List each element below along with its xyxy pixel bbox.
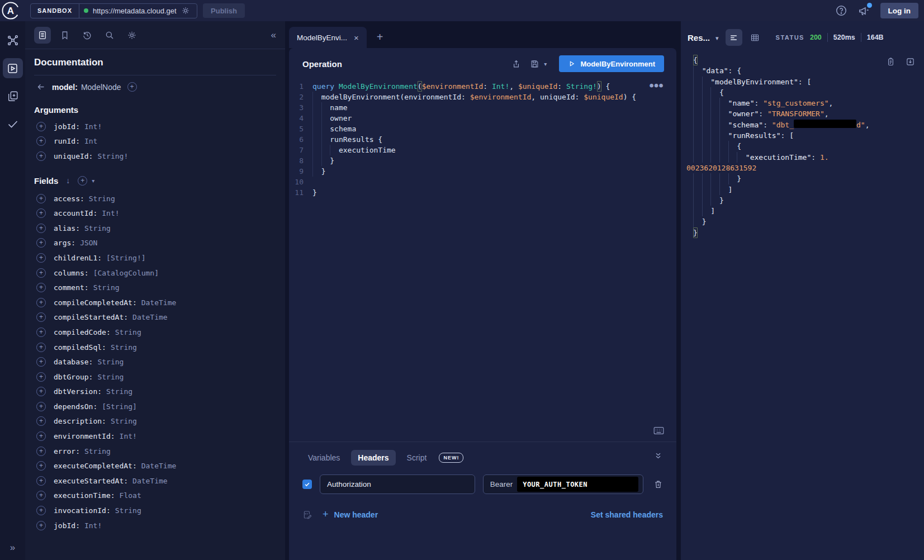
documentation-tab-icon[interactable]: [34, 27, 51, 44]
help-icon[interactable]: [835, 4, 847, 17]
add-field-icon[interactable]: +: [36, 298, 46, 307]
field-type[interactable]: DateTime: [141, 298, 177, 307]
field-item[interactable]: +accountId:Int!: [34, 206, 276, 221]
new-tab-icon[interactable]: +: [377, 31, 383, 44]
field-type[interactable]: String: [93, 283, 120, 292]
add-field-icon[interactable]: +: [36, 521, 46, 530]
add-field-icon[interactable]: +: [36, 402, 46, 411]
add-field-icon[interactable]: +: [36, 387, 46, 396]
field-type[interactable]: String: [111, 343, 137, 352]
field-type[interactable]: Int!: [84, 122, 102, 131]
field-type[interactable]: JSON: [80, 239, 97, 247]
publish-button[interactable]: Publish: [203, 3, 245, 18]
field-item[interactable]: +dbtVersion:String: [34, 385, 276, 400]
field-item[interactable]: +alias:String: [34, 221, 276, 236]
field-item[interactable]: +error:String: [34, 444, 276, 459]
graphql-editor[interactable]: ●●● 1query ModelByEnvironment($environme…: [289, 78, 676, 442]
field-type[interactable]: String!: [97, 152, 128, 160]
add-field-icon[interactable]: +: [36, 238, 46, 248]
login-button[interactable]: Log in: [880, 3, 919, 18]
sort-fields-icon[interactable]: ↓: [66, 176, 70, 185]
field-item[interactable]: +runId:Int: [34, 134, 276, 149]
save-operation-icon[interactable]: [530, 59, 539, 69]
announcements-megaphone-icon[interactable]: [857, 4, 870, 17]
field-type[interactable]: Float: [120, 491, 141, 500]
field-type[interactable]: [String]: [102, 402, 137, 411]
field-type[interactable]: String: [89, 194, 115, 203]
add-field-icon[interactable]: +: [36, 476, 46, 486]
field-item[interactable]: +childrenL1:[String!]: [34, 250, 276, 265]
collapse-panel-icon[interactable]: «: [271, 30, 276, 41]
field-type[interactable]: [String!]: [106, 254, 145, 262]
raw-view-icon[interactable]: [726, 29, 742, 46]
field-item[interactable]: +uniqueId:String!: [34, 149, 276, 164]
add-fields-chevron-icon[interactable]: ▾: [92, 178, 94, 184]
tab-variables[interactable]: Variables: [302, 450, 345, 466]
field-item[interactable]: +comment:String: [34, 280, 276, 295]
field-type[interactable]: String: [111, 417, 137, 425]
operation-tab[interactable]: ModelByEnvi... ×: [289, 27, 367, 48]
field-item[interactable]: +jobId:Int!: [34, 518, 276, 533]
crumb-type-link[interactable]: ModelNode: [81, 83, 121, 92]
field-type[interactable]: Int!: [120, 432, 137, 440]
field-type[interactable]: String: [84, 224, 111, 232]
add-field-icon[interactable]: +: [36, 461, 46, 471]
add-field-icon[interactable]: +: [36, 208, 46, 218]
field-type[interactable]: DateTime: [132, 313, 168, 321]
field-item[interactable]: +compileCompletedAt:DateTime: [34, 295, 276, 310]
copy-response-icon[interactable]: [886, 57, 895, 67]
add-field-icon[interactable]: +: [36, 194, 46, 203]
add-all-fields-icon[interactable]: +: [78, 176, 87, 186]
explorer-settings-gear-icon[interactable]: [124, 27, 140, 44]
operation-more-icon[interactable]: ●●●: [650, 80, 664, 91]
back-arrow-icon[interactable]: [36, 82, 46, 92]
field-item[interactable]: +dbtGroup:String: [34, 369, 276, 385]
add-field-icon[interactable]: +: [36, 416, 46, 426]
field-item[interactable]: +compiledCode:String: [34, 325, 276, 340]
field-item[interactable]: +compileStartedAt:DateTime: [34, 310, 276, 325]
field-type[interactable]: String: [106, 387, 132, 396]
field-type[interactable]: Int!: [84, 521, 102, 530]
expand-rail-icon[interactable]: »: [0, 542, 25, 553]
field-type[interactable]: String: [97, 358, 124, 366]
field-item[interactable]: +executeStartedAt:DateTime: [34, 473, 276, 488]
checklist-icon[interactable]: [3, 114, 23, 134]
edit-as-text-icon[interactable]: [302, 510, 312, 520]
share-operation-icon[interactable]: [511, 59, 521, 69]
add-field-icon[interactable]: +: [36, 357, 46, 367]
collapse-bottom-panel-icon[interactable]: [653, 451, 663, 461]
add-field-icon[interactable]: +: [36, 328, 46, 337]
schema-graph-icon[interactable]: [3, 30, 23, 50]
add-field-icon[interactable]: +: [36, 136, 46, 146]
field-item[interactable]: +access:String: [34, 191, 276, 206]
delete-header-icon[interactable]: [653, 480, 663, 489]
apollo-logo-icon[interactable]: A: [1, 1, 20, 20]
field-type[interactable]: DateTime: [141, 462, 177, 470]
field-item[interactable]: +executionTime:Float: [34, 488, 276, 504]
tab-headers[interactable]: Headers: [351, 450, 395, 466]
search-icon[interactable]: [101, 27, 118, 44]
field-item[interactable]: +description:String: [34, 414, 276, 429]
field-item[interactable]: +invocationId:String: [34, 503, 276, 518]
download-response-icon[interactable]: [906, 57, 915, 67]
save-options-chevron-icon[interactable]: ▾: [544, 61, 547, 67]
add-field-icon[interactable]: +: [36, 122, 46, 131]
endpoint-settings-gear-icon[interactable]: [181, 6, 190, 15]
explorer-icon[interactable]: [3, 58, 23, 78]
add-field-icon[interactable]: +: [36, 253, 46, 263]
field-type[interactable]: DateTime: [132, 477, 168, 485]
saved-operations-bookmark-icon[interactable]: [56, 27, 73, 44]
field-type[interactable]: String: [97, 373, 124, 381]
run-operation-button[interactable]: ModelByEnvironment: [559, 55, 664, 72]
add-field-icon[interactable]: +: [36, 283, 46, 292]
add-field-icon[interactable]: +: [36, 506, 46, 515]
add-field-icon[interactable]: +: [36, 151, 46, 161]
field-item[interactable]: +columns:[CatalogColumn]: [34, 265, 276, 281]
field-type[interactable]: Int: [84, 137, 97, 145]
add-field-icon[interactable]: +: [36, 224, 46, 233]
response-dropdown-chevron-icon[interactable]: ▾: [715, 35, 719, 42]
tab-script[interactable]: Script: [401, 450, 433, 466]
add-field-icon[interactable]: +: [36, 372, 46, 382]
set-shared-headers-link[interactable]: Set shared headers: [591, 510, 663, 519]
field-item[interactable]: +executeCompletedAt:DateTime: [34, 458, 276, 473]
